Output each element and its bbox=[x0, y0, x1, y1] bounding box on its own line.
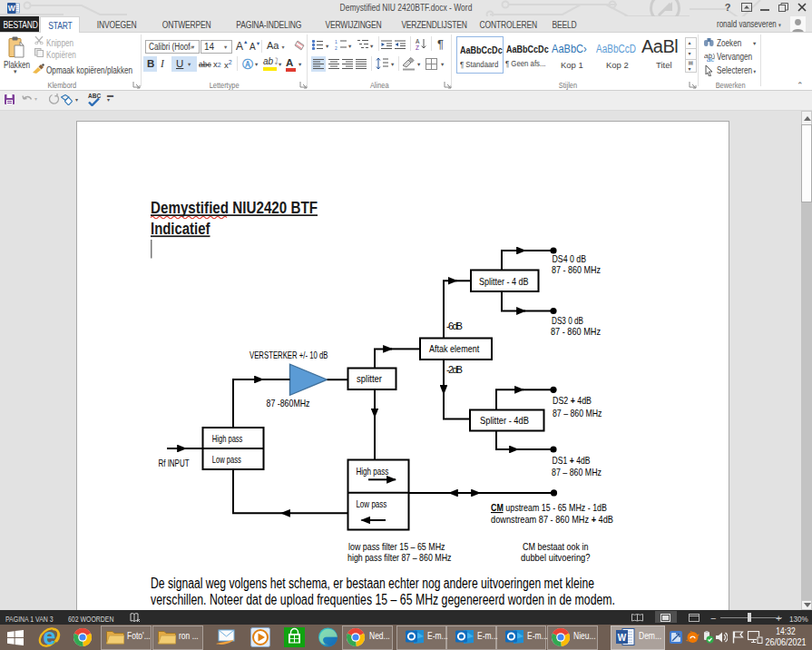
svg-text:Demystified NIU2420 BTF: Demystified NIU2420 BTF bbox=[151, 199, 318, 217]
svg-text:downstream 87 - 860 MHz + 4d: downstream 87 - 860 MHz + 4dB bbox=[491, 514, 613, 525]
svg-text:-2dB: -2dB bbox=[446, 364, 463, 375]
svg-text:low pass filter 15 – 65 MHz: low pass filter 15 – 65 MHz bbox=[348, 541, 445, 552]
svg-text:High pass: High pass bbox=[212, 433, 243, 444]
svg-text:DS3 0 dB: DS3 0 dB bbox=[552, 315, 583, 326]
svg-text:high pass filter 87 – 860 MHz: high pass filter 87 – 860 MHz bbox=[347, 552, 452, 563]
svg-text:A: A bbox=[416, 38, 420, 44]
svg-text:87 - 860 MHz: 87 - 860 MHz bbox=[552, 264, 601, 275]
svg-text:Indicatief: Indicatief bbox=[151, 220, 210, 238]
svg-text:splitter: splitter bbox=[357, 373, 382, 384]
svg-text:High pass: High pass bbox=[356, 466, 388, 477]
svg-text:W: W bbox=[8, 4, 16, 13]
svg-text:De signaal weg volgens het sch: De signaal weg volgens het schema, er be… bbox=[151, 576, 594, 591]
svg-text:CM upstream 15 - 65 MHz - 1dB: CM upstream 15 - 65 MHz - 1dB bbox=[491, 502, 607, 513]
svg-text:Splitter - 4dB: Splitter - 4dB bbox=[480, 415, 529, 426]
svg-text:2: 2 bbox=[335, 45, 338, 51]
svg-text:Splitter - 4 dB: Splitter - 4 dB bbox=[479, 276, 529, 287]
svg-text:Z: Z bbox=[416, 44, 419, 50]
svg-text:87 – 860 MHz: 87 – 860 MHz bbox=[552, 467, 602, 478]
svg-text:87 – 860 MHz: 87 – 860 MHz bbox=[553, 408, 602, 419]
svg-text:-6dB: -6dB bbox=[446, 320, 463, 331]
svg-text:Aftak element: Aftak element bbox=[429, 343, 479, 354]
svg-text:DS4 0 dB: DS4 0 dB bbox=[553, 253, 587, 264]
svg-text:VERSTERKER +/- 10 dB: VERSTERKER +/- 10 dB bbox=[249, 350, 328, 360]
svg-text:DS1 + 4dB: DS1 + 4dB bbox=[553, 455, 591, 466]
svg-text:verschillen. Noteer dat de upl: verschillen. Noteer dat de upload freque… bbox=[151, 592, 615, 607]
svg-text:W: W bbox=[618, 633, 627, 643]
svg-text:Low pass: Low pass bbox=[356, 498, 386, 509]
svg-text:dubbel uitvoering?: dubbel uitvoering? bbox=[521, 552, 591, 563]
svg-text:CM bestaat ook in: CM bestaat ook in bbox=[523, 541, 589, 552]
svg-text:DS2 + 4dB: DS2 + 4dB bbox=[553, 395, 592, 406]
svg-text:Low pass: Low pass bbox=[212, 454, 241, 465]
svg-text:1: 1 bbox=[335, 39, 338, 44]
svg-text:87 -860MHz: 87 -860MHz bbox=[267, 398, 310, 409]
svg-text:87 - 860 MHz: 87 - 860 MHz bbox=[551, 326, 601, 337]
svg-text:Rf INPUT: Rf INPUT bbox=[159, 458, 190, 468]
